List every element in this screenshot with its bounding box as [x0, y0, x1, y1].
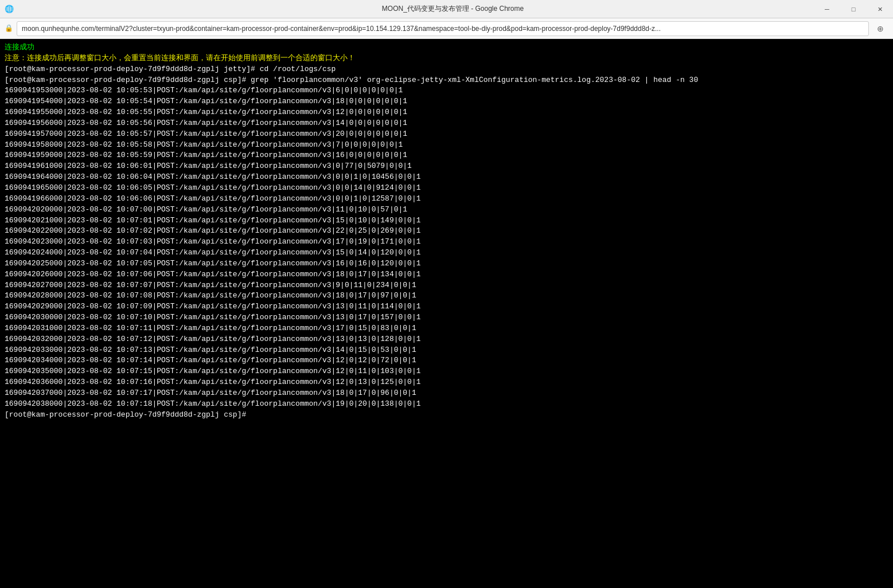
browser-icon: 🌐 — [5, 5, 14, 14]
terminal-area[interactable]: 连接成功 注意：连接成功后再调整窗口大小，会重置当前连接和界面，请在开始使用前调… — [0, 39, 893, 588]
title-bar: 🌐 MOON_代码变更与发布管理 - Google Chrome ─ □ ✕ — [0, 0, 893, 18]
maximize-button[interactable]: □ — [840, 0, 867, 18]
minimize-button[interactable]: ─ — [814, 0, 840, 18]
close-button[interactable]: ✕ — [867, 0, 893, 18]
url-input[interactable] — [17, 21, 869, 36]
window-title: MOON_代码变更与发布管理 - Google Chrome — [17, 4, 888, 14]
lock-icon: 🔒 — [5, 24, 13, 33]
address-bar: 🔒 ⊕ — [0, 18, 893, 39]
search-button[interactable]: ⊕ — [872, 21, 888, 37]
terminal-output: 连接成功 注意：连接成功后再调整窗口大小，会重置当前连接和界面，请在开始使用前调… — [5, 42, 888, 421]
window-controls: ─ □ ✕ — [814, 0, 893, 18]
